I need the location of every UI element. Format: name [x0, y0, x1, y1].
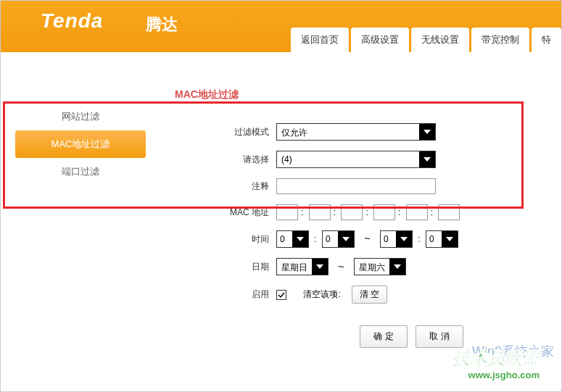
sidebar-item-website-filter[interactable]: 网站过滤 — [15, 103, 146, 130]
watermark: Win8系统之家 技术员联盟 www.jsgho.com — [453, 346, 540, 380]
mac-input-3[interactable] — [341, 204, 363, 220]
chevron-down-icon — [442, 231, 458, 247]
sidebar-item-port-filter[interactable]: 端口过滤 — [15, 158, 146, 185]
watermark-url: www.jsgho.com — [453, 370, 540, 380]
clear-label: 清空该项: — [303, 289, 340, 299]
page-title: MAC地址过滤 — [175, 88, 547, 101]
comment-label: 注释 — [175, 180, 276, 193]
logo-cn: 腾达 — [146, 14, 178, 36]
main-content: MAC地址过滤 过滤模式 仅允许 请选择 (4) 注释 — [146, 59, 561, 391]
header: Tenda 腾达 返回首页 高级设置 无线设置 带宽控制 特 — [1, 1, 561, 52]
time-start-hour[interactable]: 0 — [276, 230, 309, 248]
comment-input[interactable] — [276, 178, 436, 194]
nav-tab-wireless[interactable]: 无线设置 — [411, 28, 469, 52]
nav-tabs: 返回首页 高级设置 无线设置 带宽控制 特 — [291, 28, 561, 52]
mac-label: MAC 地址 — [175, 207, 276, 219]
time-label: 时间 — [175, 233, 276, 246]
mac-input-4[interactable] — [373, 204, 395, 220]
nav-tab-advanced[interactable]: 高级设置 — [351, 28, 409, 52]
chevron-down-icon — [312, 259, 328, 275]
check-icon — [278, 291, 285, 299]
date-start-select[interactable]: 星期日 — [276, 258, 328, 275]
select-label: 请选择 — [175, 154, 276, 166]
filter-mode-select[interactable]: 仅允许 — [276, 123, 436, 141]
nav-tab-special[interactable]: 特 — [532, 28, 561, 52]
filter-mode-label: 过滤模式 — [175, 126, 276, 138]
enable-checkbox[interactable] — [276, 290, 286, 300]
cancel-button[interactable]: 取 消 — [416, 325, 463, 348]
date-end-select[interactable]: 星期六 — [354, 258, 406, 275]
mac-input-2[interactable] — [309, 204, 331, 220]
chevron-down-icon — [338, 231, 354, 247]
chevron-down-icon — [292, 231, 308, 247]
clear-button[interactable]: 清 空 — [352, 285, 387, 304]
time-end-hour[interactable]: 0 — [380, 230, 413, 248]
chevron-down-icon — [389, 259, 405, 275]
item-select[interactable]: (4) — [276, 151, 436, 168]
sidebar-item-mac-filter[interactable]: MAC地址过滤 — [15, 130, 146, 158]
mac-input-6[interactable] — [438, 204, 460, 220]
enable-label: 启用 — [175, 288, 276, 301]
nav-tab-bandwidth[interactable]: 带宽控制 — [471, 28, 529, 52]
confirm-button[interactable]: 确 定 — [360, 325, 407, 348]
nav-tab-home[interactable]: 返回首页 — [291, 28, 349, 52]
body-area: 网站过滤 MAC地址过滤 端口过滤 MAC地址过滤 过滤模式 仅允许 请选择 (… — [1, 52, 561, 391]
date-label: 日期 — [175, 261, 276, 273]
sidebar: 网站过滤 MAC地址过滤 端口过滤 — [15, 59, 146, 391]
chevron-down-icon — [419, 124, 435, 140]
chevron-down-icon — [419, 151, 435, 167]
watermark-title: 技术员联盟 — [453, 346, 540, 370]
chevron-down-icon — [396, 231, 412, 247]
time-start-min[interactable]: 0 — [322, 230, 355, 248]
mac-input-5[interactable] — [406, 204, 428, 220]
logo-text: Tenda — [41, 9, 103, 33]
time-end-min[interactable]: 0 — [426, 230, 458, 248]
mac-input-1[interactable] — [276, 204, 298, 220]
